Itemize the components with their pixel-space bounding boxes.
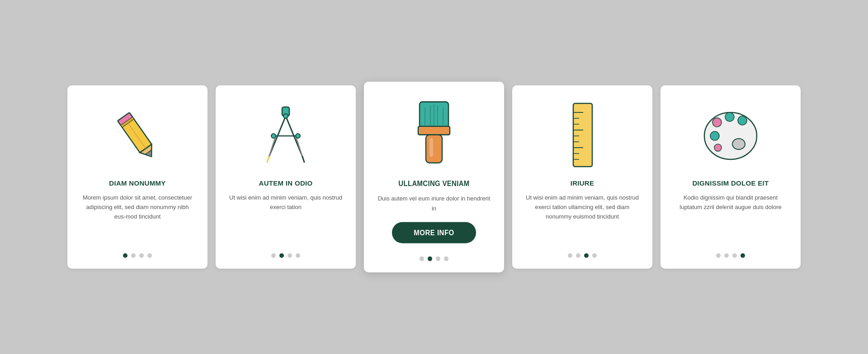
card-brush-text: Duis autem vel eum iriure dolor in hendr… (377, 194, 491, 214)
svg-rect-23 (418, 126, 450, 135)
dot (428, 256, 432, 261)
card-compass: AUTEM IN ODIO Ut wisi enim ad minim veni… (216, 85, 356, 269)
card-compass-dots (271, 249, 300, 258)
palette-icon-container (699, 99, 762, 171)
svg-point-12 (271, 134, 276, 138)
ruler-icon (562, 101, 603, 169)
card-ruler-dots (568, 249, 597, 258)
brush-icon-container (407, 96, 461, 171)
dot (123, 253, 127, 258)
card-pencil-text: Morem ipsum dolor sit amet, consectetuer… (80, 193, 195, 241)
dot (576, 253, 580, 258)
card-compass-title: AUTEM IN ODIO (259, 179, 313, 187)
card-pencil-dots (123, 249, 152, 258)
dot (288, 253, 292, 258)
dot (741, 253, 745, 258)
svg-point-42 (714, 144, 722, 151)
svg-point-14 (283, 114, 288, 118)
more-info-button[interactable]: MORE INFO (392, 222, 476, 243)
card-ruler-text: Ut wisi enim ad minim veniam, quis nostr… (525, 193, 640, 241)
palette-icon (699, 103, 762, 167)
dot (296, 253, 300, 258)
svg-point-13 (296, 134, 300, 138)
dot (436, 256, 440, 261)
svg-rect-26 (573, 103, 592, 167)
dot (732, 253, 737, 258)
dot (724, 253, 729, 258)
pencil-icon (110, 106, 165, 164)
svg-point-37 (732, 139, 745, 149)
card-palette-text: Kodio dignissim qui blandit praesent lup… (673, 193, 788, 241)
dot (420, 256, 424, 261)
svg-line-10 (296, 137, 302, 157)
svg-line-15 (267, 157, 269, 162)
svg-point-38 (712, 118, 722, 127)
svg-line-16 (302, 157, 304, 162)
card-palette-dots (716, 249, 745, 258)
dot (271, 253, 276, 258)
dot (592, 253, 597, 258)
card-brush: ULLAMCING VENIAM Duis autem vel eum iriu… (364, 82, 504, 272)
brush-icon (407, 98, 461, 168)
card-compass-text: Ut wisi enim ad minim veniam, quis nostr… (228, 193, 343, 241)
dot (716, 253, 721, 258)
dot (279, 253, 284, 258)
dot (131, 253, 136, 258)
svg-point-41 (710, 131, 719, 140)
card-brush-title: ULLAMCING VENIAM (398, 179, 469, 187)
card-palette-title: DIGNISSIM DOLOE EIT (692, 179, 769, 187)
svg-point-39 (725, 112, 734, 121)
card-palette: DIGNISSIM DOLOE EIT Kodio dignissim qui … (660, 85, 801, 269)
dot (139, 253, 144, 258)
card-ruler: IRIURE Ut wisi enim ad minim veniam, qui… (512, 85, 652, 269)
cards-container: DIAM NONUMMY Morem ipsum dolor sit amet,… (40, 67, 828, 287)
card-pencil: DIAM NONUMMY Morem ipsum dolor sit amet,… (67, 85, 208, 269)
card-pencil-title: DIAM NONUMMY (109, 179, 165, 187)
card-brush-dots (420, 252, 448, 261)
dot (568, 253, 572, 258)
pencil-icon-container (110, 99, 165, 171)
dot (444, 256, 448, 261)
dot (147, 253, 152, 258)
compass-icon (256, 103, 315, 167)
compass-icon-container (256, 99, 315, 171)
ruler-icon-container (562, 99, 603, 171)
svg-rect-25 (429, 138, 433, 157)
card-ruler-title: IRIURE (571, 179, 594, 187)
svg-rect-24 (426, 135, 442, 163)
dot (584, 253, 589, 258)
svg-point-40 (738, 116, 747, 125)
svg-line-9 (269, 137, 275, 157)
